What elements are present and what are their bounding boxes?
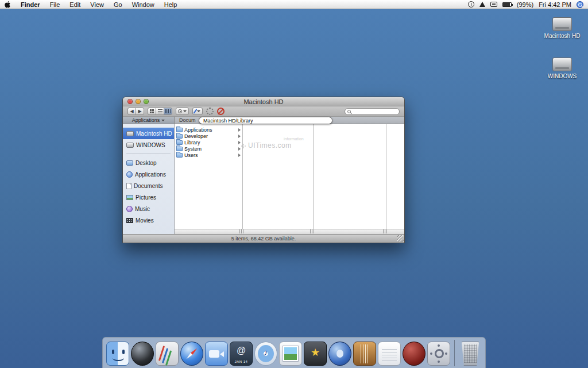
column-item-label: Applications	[184, 127, 212, 133]
pictures-icon	[126, 195, 133, 200]
status-bar: 5 items, 68.42 GB available.	[123, 234, 404, 243]
back-button[interactable]: ◀	[127, 108, 136, 115]
dock-textedit-icon[interactable]	[378, 342, 401, 366]
dock-dvd-player-icon[interactable]	[403, 342, 425, 366]
horizontal-scrollbar[interactable]	[175, 229, 404, 234]
icon-view-icon	[150, 109, 154, 113]
column-item-developer[interactable]: Developer	[175, 133, 242, 139]
gear-icon	[178, 109, 182, 113]
sidebar-item-windows[interactable]: WINDOWS	[123, 139, 174, 151]
dock-preview-icon[interactable]	[156, 342, 179, 366]
column-resize-grip[interactable]	[383, 229, 387, 233]
sidebar-item-label: Movies	[136, 217, 154, 224]
dock-mail-icon[interactable]: @ JAN 14	[230, 342, 253, 366]
sidebar-item-label: Documents	[134, 183, 163, 189]
menu-extra-info-icon[interactable]	[468, 1, 474, 7]
go-to-folder-input[interactable]	[199, 117, 332, 124]
column-item-library[interactable]: Library	[175, 139, 242, 145]
action-menu-button[interactable]	[176, 108, 189, 115]
dock-ichat-icon[interactable]	[205, 342, 228, 366]
menu-item-go[interactable]: Go	[114, 1, 122, 8]
sidebar-item-applications[interactable]: Applications	[123, 168, 174, 180]
spotlight-icon[interactable]	[577, 1, 583, 8]
icon-view-button[interactable]	[148, 108, 156, 115]
sidebar-item-desktop[interactable]: Desktop	[123, 157, 174, 168]
desktop-icon-macintosh-hd[interactable]: Macintosh HD	[542, 17, 582, 39]
menu-item-file[interactable]: File	[50, 1, 60, 8]
dock-separator	[454, 340, 455, 366]
edit-tool-button[interactable]	[192, 108, 203, 115]
column-item-label: System	[184, 146, 202, 152]
minimize-button[interactable]	[136, 99, 141, 104]
sidebar-item-macintosh-hd[interactable]: Macintosh HD	[123, 128, 174, 139]
folder-popup-menu[interactable]: Applications	[123, 117, 175, 124]
desktop-screen: Finder File Edit View Go Window Help (99…	[0, 0, 588, 368]
no-access-icon[interactable]	[217, 108, 225, 115]
menu-extra-airport-icon[interactable]	[479, 2, 485, 7]
forward-button[interactable]: ▶	[136, 108, 144, 115]
dock-iphoto-icon[interactable]	[279, 342, 302, 366]
sidebar-item-music[interactable]: Music	[123, 203, 174, 214]
folder-popup-label: Applications	[132, 117, 160, 123]
search-icon	[347, 110, 351, 113]
apple-menu-icon[interactable]	[5, 1, 11, 8]
applications-icon	[126, 171, 133, 178]
menu-extra-displays-icon[interactable]	[490, 2, 497, 7]
menu-item-window[interactable]: Window	[132, 1, 154, 8]
desktop-icon-label: WINDOWS	[542, 73, 582, 79]
menu-item-edit[interactable]: Edit	[69, 1, 80, 8]
dock: @ JAN 14 ♪ ★	[102, 337, 486, 368]
dock-safari-icon[interactable]	[180, 342, 203, 366]
column-view-icon	[165, 109, 171, 113]
column-item-system[interactable]: System	[175, 145, 242, 152]
search-input[interactable]	[353, 109, 397, 114]
sidebar-item-label: WINDOWS	[136, 142, 165, 148]
music-icon	[126, 206, 133, 212]
column-item-label: Library	[184, 140, 200, 145]
burn-icon[interactable]	[206, 108, 214, 115]
dock-imovie-icon[interactable]: ★	[304, 342, 327, 366]
folder-icon	[176, 140, 183, 145]
finder-window: Macintosh HD ◀ ▶	[122, 97, 405, 243]
close-button[interactable]	[127, 99, 133, 104]
window-title-bar[interactable]: Macintosh HD	[123, 97, 404, 106]
date-label: JAN 14	[230, 360, 252, 363]
column-item-users[interactable]: Users	[175, 152, 242, 158]
dock-garageband-icon[interactable]	[353, 342, 376, 366]
sidebar-item-documents[interactable]: Documents	[123, 180, 174, 191]
documents-icon	[126, 183, 131, 189]
column-browser: Applications Developer Library	[175, 124, 404, 234]
menu-item-view[interactable]: View	[90, 1, 104, 8]
list-view-icon	[158, 109, 163, 113]
chevron-down-icon	[161, 120, 165, 121]
dock-finder-icon[interactable]	[106, 342, 129, 366]
dock-trash-icon[interactable]	[459, 342, 482, 366]
dock-idvd-icon[interactable]	[328, 342, 351, 366]
at-glyph: @	[230, 346, 252, 356]
column-item-label: Developer	[184, 133, 208, 139]
menu-app-name[interactable]: Finder	[21, 1, 40, 8]
sidebar-item-label: Desktop	[136, 160, 157, 166]
menu-extra-battery-icon[interactable]	[502, 2, 512, 7]
disclosure-arrow-icon	[238, 128, 241, 132]
dock-dashboard-icon[interactable]	[131, 342, 154, 366]
list-view-button[interactable]	[156, 108, 164, 115]
zoom-button[interactable]	[144, 99, 149, 104]
column-item-applications[interactable]: Applications	[175, 126, 242, 133]
desktop-icon-windows[interactable]: WINDOWS	[542, 57, 582, 79]
column-resize-grip[interactable]	[239, 229, 243, 233]
folder-icon	[176, 134, 183, 139]
window-title: Macintosh HD	[123, 98, 404, 105]
column-view-button[interactable]	[164, 108, 172, 115]
disclosure-arrow-icon	[238, 135, 241, 138]
sidebar-item-movies[interactable]: Movies	[123, 214, 174, 226]
dock-system-preferences-icon[interactable]	[427, 342, 450, 366]
menu-clock[interactable]: Fri 4:42 PM	[539, 1, 571, 8]
menu-item-help[interactable]: Help	[164, 1, 177, 8]
dock-itunes-icon[interactable]: ♪	[254, 342, 277, 366]
menu-bar: Finder File Edit View Go Window Help (99…	[0, 0, 588, 9]
search-field[interactable]	[345, 108, 400, 115]
window-resize-grip[interactable]	[397, 235, 404, 242]
column-resize-grip[interactable]	[310, 229, 314, 233]
sidebar-item-pictures[interactable]: Pictures	[123, 191, 174, 203]
